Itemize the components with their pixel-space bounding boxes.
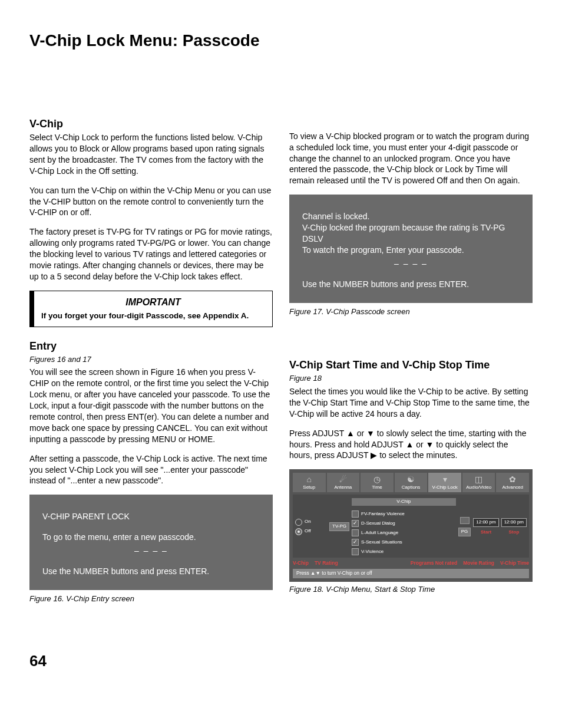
tab-advanced[interactable]: ✿Advanced [496,473,529,492]
heading-vchip: V-Chip [29,117,273,131]
tab-audio-video[interactable]: ◫Audio/Video [462,473,495,492]
row-fv[interactable]: FV-Fantasy Violence [352,510,456,518]
figure-17-caption: Figure 17. V-Chip Passcode screen [289,307,533,317]
row-d[interactable]: ✓D-Sexual Dialog [352,520,456,527]
right-column: To view a V-Chip blocked program or to w… [289,117,533,616]
menu-tab-row: ⌂Setup ☄Antenna ◷Time ☯Captions ▾V-Chip … [293,473,529,492]
time-paragraph-1: Select the times you would like the V-Ch… [289,386,533,420]
start-time-value[interactable]: 12:00 pm [473,518,498,527]
label-movie-rating: Movie Rating [463,560,494,566]
important-body: If you forget your four-digit Passcode, … [41,311,265,321]
captions-icon: ☯ [395,474,428,485]
tab-vchip-lock[interactable]: ▾V-Chip Lock [428,473,461,492]
antenna-icon: ☄ [327,474,360,485]
figure-16-screen: V-CHIP PARENT LOCK To go to the menu, en… [29,495,273,590]
important-title: IMPORTANT [41,296,265,309]
tab-captions[interactable]: ☯Captions [395,473,428,492]
right-arrow-icon: ▶ [371,450,377,460]
setup-icon: ⌂ [293,474,326,485]
stop-time-value[interactable]: 12:00 pm [501,518,527,527]
heading-entry: Entry [29,339,273,353]
vchip-time-column: 12:00 pm 12:00 pm Start Stop [473,498,527,555]
vchip-sub-header: V-Chip [352,498,456,506]
heading-start-stop-time: V-Chip Start Time and V-Chip Stop Time [289,358,533,372]
time-figure-ref: Figure 18 [289,373,533,384]
fig16-title: V-CHIP PARENT LOCK [42,511,260,522]
tab-antenna[interactable]: ☄Antenna [327,473,360,492]
radio-on[interactable]: On [295,519,327,526]
entry-paragraph-1: You will see the screen shown in Figure … [29,367,273,444]
fig16-passcode-dashes: – – – – [42,545,260,556]
movie-rating-box-icon [460,517,470,524]
figure-16-caption: Figure 16. V-Chip Entry screen [29,594,273,604]
time-paragraph-2: Press ADJUST ▲ or ▼ to slowly select the… [289,428,533,462]
row-v[interactable]: V-Violence [352,548,456,555]
tab-setup[interactable]: ⌂Setup [293,473,326,492]
fig17-line2: V-Chip locked the program because the ra… [302,222,520,245]
passcode-view-paragraph: To view a V-Chip blocked program or to w… [289,131,533,186]
row-s[interactable]: ✓S-Sexual Situations [352,539,456,546]
movie-rating-column: PG [458,498,471,555]
label-tv-rating: TV Rating [315,560,338,566]
tab-time[interactable]: ◷Time [361,473,394,492]
av-icon: ◫ [462,474,495,485]
clock-icon: ◷ [361,474,394,485]
fig17-line3: To watch the program, Enter your passcod… [302,245,520,256]
content-columns: V-Chip Select V-Chip Lock to perform the… [29,117,533,616]
figure-18-menu-screenshot: ⌂Setup ☄Antenna ◷Time ☯Captions ▾V-Chip … [289,469,533,582]
label-vchip-time: V-Chip Time [500,560,529,566]
up-arrow-icon: ▲ [346,429,355,438]
fig16-instruction: To go to the menu, enter a new passcode. [42,532,260,543]
down-arrow-icon: ▼ [426,440,434,449]
vchip-toggle-column: On Off [295,498,327,555]
tv-rating-value[interactable]: TV-PG [329,522,349,531]
stop-label: Stop [509,529,520,536]
movie-rating-value[interactable]: PG [458,528,471,536]
vchip-paragraph-3: The factory preset is TV-PG for TV ratin… [29,226,273,282]
vchip-paragraph-2: You can turn the V-Chip on within the V-… [29,185,273,219]
figure-18-caption: Figure 18. V-Chip Menu, Start & Stop Tim… [289,584,533,595]
left-column: V-Chip Select V-Chip Lock to perform the… [29,117,273,616]
fig17-line1: Channel is locked. [302,211,520,222]
radio-off[interactable]: Off [295,528,327,535]
label-programs-not-rated: Programs Not rated [411,560,457,566]
fig17-hint: Use the NUMBER buttons and press ENTER. [302,279,520,290]
menu-hint-bar: Press ▲▼ to turn V-Chip on or off [293,569,529,578]
start-label: Start [481,529,491,536]
page-number: 64 [29,651,533,671]
categories-column: V-Chip FV-Fantasy Violence ✓D-Sexual Dia… [352,498,456,555]
entry-paragraph-2: After setting a passcode, the V-Chip Loc… [29,453,273,487]
menu-body: On Off TV-PG V-Chip FV-Fantasy Violence … [293,495,529,558]
vchip-paragraph-1: Select V-Chip Lock to perform the functi… [29,132,273,177]
menu-bottom-labels: V-Chip TV Rating Programs Not rated Movi… [293,560,529,566]
down-arrow-icon: ▼ [366,429,375,438]
fig16-hint: Use the NUMBER buttons and press ENTER. [42,566,260,577]
fig17-passcode-dashes: – – – – [302,258,520,269]
figure-17-screen: Channel is locked. V-Chip locked the pro… [289,195,533,302]
important-callout: IMPORTANT If you forget your four-digit … [29,291,273,327]
entry-figure-ref: Figures 16 and 17 [29,354,273,365]
up-arrow-icon: ▲ [405,440,414,449]
page-title: V-Chip Lock Menu: Passcode [29,29,533,52]
lock-icon: ▾ [428,474,461,485]
advanced-icon: ✿ [496,474,529,485]
tv-rating-column: TV-PG [329,498,349,555]
label-vchip: V-Chip [293,560,309,566]
row-l[interactable]: L-Adult Language [352,529,456,536]
